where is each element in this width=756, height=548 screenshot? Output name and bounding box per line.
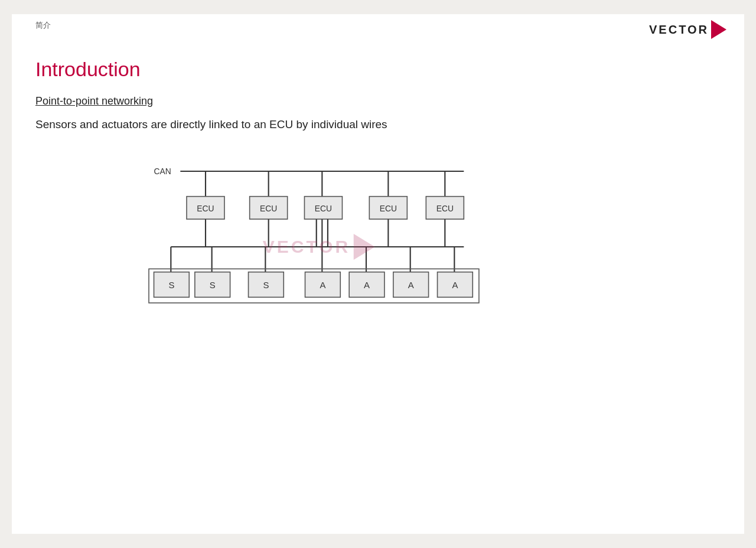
svg-text:A: A — [320, 280, 325, 290]
section-heading: Point-to-point networking — [35, 95, 721, 107]
slide: 简介 VECTOR Introduction Point-to-point ne… — [12, 14, 744, 534]
logo-area: VECTOR — [649, 20, 726, 39]
svg-text:A: A — [452, 280, 458, 290]
slide-top-label: 简介 — [35, 20, 51, 31]
logo-text: VECTOR — [649, 23, 709, 37]
svg-text:A: A — [408, 280, 414, 290]
svg-text:S: S — [210, 280, 216, 290]
svg-text:A: A — [364, 280, 370, 290]
svg-text:S: S — [263, 280, 269, 290]
svg-text:ECU: ECU — [315, 204, 332, 213]
can-label: CAN — [154, 167, 171, 176]
slide-title: Introduction — [35, 58, 721, 81]
svg-text:ECU: ECU — [197, 204, 214, 213]
svg-text:ECU: ECU — [260, 204, 277, 213]
svg-text:ECU: ECU — [380, 204, 397, 213]
svg-text:ECU: ECU — [436, 204, 454, 213]
svg-text:S: S — [168, 280, 174, 290]
diagram-container: CAN ECU ECU ECU ECU — [142, 152, 496, 341]
network-diagram: CAN ECU ECU ECU ECU — [142, 152, 496, 341]
logo-arrow-icon — [711, 20, 726, 39]
description-text: Sensors and actuators are directly linke… — [35, 118, 721, 131]
